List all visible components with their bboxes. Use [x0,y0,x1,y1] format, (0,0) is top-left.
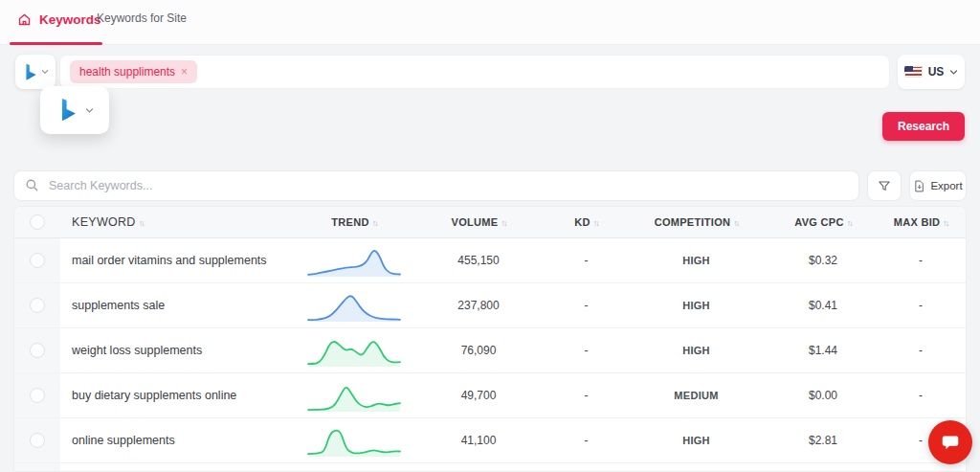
volume-cell: 237,800 [407,299,550,312]
kd-cell: - [550,389,622,402]
tag-close-icon[interactable]: × [181,65,188,79]
avg-cpc-cell: $0.00 [770,389,876,402]
tab-keywords-for-site[interactable]: Keywords for Site [97,11,187,25]
sort-icon: ↑↓ [139,218,144,228]
top-tab-bar: Keywords Keywords for Site [0,0,980,45]
column-header-avg-cpc[interactable]: AVG CPC↑↓ [770,216,876,228]
row-select-cell [14,328,60,372]
max-bid-cell: - [876,344,966,357]
table-row: weight loss supplements 76,090 - HIGH $1… [14,328,966,373]
trend-sparkline [301,286,407,325]
tab-keywords-label: Keywords [39,12,101,27]
row-select-cell [14,283,60,327]
max-bid-cell: - [876,299,966,312]
search-engine-selector[interactable] [15,55,56,89]
us-flag-icon [904,66,923,78]
trend-sparkline [301,421,407,460]
max-bid-cell: - [876,389,966,402]
kd-cell: - [550,299,622,312]
keyword-tag-label: health suppliments [79,65,175,79]
sort-icon: ↑↓ [501,218,505,228]
trend-sparkline [301,376,407,415]
row-checkbox[interactable] [30,298,45,313]
chevron-down-icon [41,68,49,76]
select-all-checkbox[interactable] [30,214,45,230]
column-header-volume[interactable]: VOLUME↑↓ [407,216,550,228]
bing-logo-icon [56,98,78,123]
competition-cell: HIGH [622,435,770,446]
bing-logo-icon [22,63,38,81]
competition-cell: HIGH [622,345,770,356]
avg-cpc-cell: $2.81 [770,434,876,447]
keyword-cell: mail order vitamins and supplements [60,254,267,267]
active-tab-underline [10,42,102,45]
sort-icon: ↑↓ [943,218,947,228]
table-header-row: KEYWORD↑↓ TREND↑↓ VOLUME↑↓ KD↑↓ COMPETIT… [14,207,966,238]
table-row: online supplements 41,100 - HIGH $2.81 - [14,418,966,463]
country-selector[interactable]: US [898,55,965,89]
row-select-cell [14,418,60,462]
kd-cell: - [550,434,622,447]
table-row [14,463,966,472]
keyword-cell: supplements sale [60,299,165,312]
row-select-cell [14,463,60,472]
keyword-filter-search [13,170,859,201]
research-button[interactable]: Research [882,112,965,141]
volume-cell: 76,090 [407,344,550,357]
filter-funnel-icon [878,179,891,192]
chat-widget-button[interactable] [928,420,972,464]
column-header-max-bid[interactable]: MAX BID↑↓ [876,216,966,228]
row-checkbox[interactable] [30,388,45,403]
volume-cell: 455,150 [407,254,550,267]
trend-sparkline [301,466,407,472]
max-bid-cell: - [876,254,966,267]
avg-cpc-cell: $1.44 [770,344,876,357]
search-icon [25,178,39,192]
competition-cell: HIGH [622,300,770,311]
row-select-cell [14,238,60,282]
column-header-competition[interactable]: COMPETITION↑↓ [622,216,770,228]
kd-cell: - [550,344,622,357]
export-file-icon [913,180,925,192]
sort-icon: ↑↓ [733,218,738,228]
row-select-cell [14,373,60,417]
kd-cell: - [550,254,622,267]
search-engine-dropdown-option-bing[interactable] [40,86,109,134]
chevron-down-icon [949,68,958,77]
table-row: mail order vitamins and supplements 455,… [14,238,966,283]
volume-cell: 41,100 [407,434,550,447]
trend-sparkline [301,241,407,280]
column-header-trend[interactable]: TREND↑↓ [301,216,407,228]
tab-keywords[interactable]: Keywords [17,12,101,27]
export-button[interactable]: Export [909,170,967,201]
keyword-research-app: Keywords Keywords for Site health suppli… [0,0,980,472]
keyword-query-bar[interactable]: health suppliments × [59,55,890,89]
table-row: buy dietary supplements online 49,700 - … [14,373,966,418]
sort-icon: ↑↓ [847,218,852,228]
row-checkbox[interactable] [30,433,45,448]
keyword-cell: weight loss supplements [60,344,202,357]
competition-cell: HIGH [622,255,770,266]
search-keywords-input[interactable] [13,170,859,201]
volume-cell: 49,700 [407,389,550,402]
chat-bubble-icon [940,432,961,453]
column-header-keyword[interactable]: KEYWORD↑↓ [60,215,144,229]
chevron-down-icon [85,106,94,115]
sort-icon: ↑↓ [593,218,598,228]
trend-sparkline [301,331,407,370]
select-all-cell [14,207,60,237]
filter-button[interactable] [867,170,902,201]
home-icon [17,12,32,27]
table-row: supplements sale 237,800 - HIGH $0.41 - [14,283,966,328]
row-checkbox[interactable] [30,343,45,358]
competition-cell: MEDIUM [622,390,770,401]
export-label: Export [930,180,962,191]
keywords-table: KEYWORD↑↓ TREND↑↓ VOLUME↑↓ KD↑↓ COMPETIT… [13,206,967,472]
column-header-kd[interactable]: KD↑↓ [550,216,622,228]
sort-icon: ↑↓ [372,218,377,228]
keyword-tag: health suppliments × [70,60,197,83]
keyword-cell: buy dietary supplements online [60,389,236,402]
row-checkbox[interactable] [30,253,45,268]
country-label: US [928,65,945,79]
avg-cpc-cell: $0.32 [770,254,876,267]
